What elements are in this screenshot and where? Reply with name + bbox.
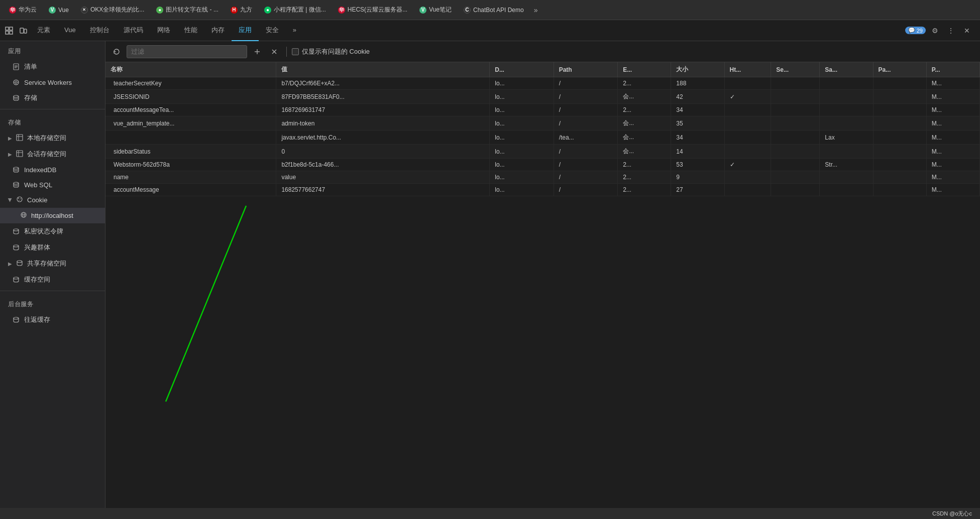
tab-icon-vuenote: V (419, 7, 426, 14)
cell-expires: 2... (618, 184, 671, 196)
tab-icon-okx: ✕ (81, 7, 88, 14)
table-row[interactable]: teacherSecretKeyb7/DQJCrf66E+xA2...lo...… (105, 77, 980, 90)
col-header-domain: D... (490, 62, 554, 77)
browser-tab-hecs[interactable]: 华 HECS(云耀云服务器... (333, 4, 412, 16)
col-header-httponly: Ht... (724, 62, 771, 77)
filter-separator (286, 47, 287, 57)
cell-partition (873, 77, 926, 90)
sidebar-item-manifest[interactable]: 清单 (0, 59, 105, 75)
storage-label: 存储 (24, 93, 37, 102)
indexeddb-label: IndexedDB (24, 166, 56, 174)
device-icon[interactable] (16, 24, 30, 38)
cell-value: 87FD97BB5E831AF0... (276, 90, 490, 104)
cell-secure (771, 104, 820, 116)
svg-point-24 (14, 182, 19, 184)
browser-tab-imgconv[interactable]: ● 图片转文字在线 - ... (151, 4, 224, 16)
cell-priority: M... (926, 90, 979, 104)
show-issues-checkbox[interactable] (292, 48, 299, 55)
tab-network[interactable]: 网络 (150, 20, 177, 41)
tab-icon-wechat: ● (264, 7, 271, 14)
filter-clear-button[interactable] (250, 45, 264, 59)
settings-button[interactable]: ⚙ (928, 24, 942, 38)
cell-value: 0 (276, 145, 490, 159)
sidebar-item-back-forward-cache[interactable]: 往返缓存 (0, 312, 105, 328)
sidebar-item-localhost[interactable]: http://localhost (0, 208, 105, 223)
close-devtools-button[interactable]: ✕ (960, 24, 974, 38)
inspect-icon[interactable] (2, 24, 16, 38)
tab-application[interactable]: 应用 (232, 20, 259, 41)
console-badge[interactable]: 💬 29 (905, 27, 926, 34)
cell-priority: M... (926, 159, 979, 171)
session-storage-icon (16, 150, 23, 159)
manifest-icon (12, 63, 20, 71)
svg-point-28 (19, 200, 20, 201)
delete-button[interactable] (267, 45, 281, 59)
cell-name: sidebarStatus (105, 145, 276, 159)
browser-tabs-more[interactable]: » (531, 4, 541, 16)
table-row[interactable]: accountMessageTea...1687269631747lo.../2… (105, 104, 980, 116)
table-row[interactable]: JSESSIONID87FD97BB5E831AF0...lo.../会...4… (105, 90, 980, 104)
table-row[interactable]: vue_admin_template...admin-tokenlo.../会.… (105, 116, 980, 131)
table-row[interactable]: sidebarStatus0lo.../会...14M... (105, 145, 980, 159)
refresh-button[interactable] (110, 45, 124, 59)
close-icon: ✕ (964, 27, 970, 35)
cell-httponly: ✓ (724, 159, 771, 171)
cell-domain: lo... (490, 116, 554, 131)
browser-tab-chatbot[interactable]: C ChatBot API Demo (459, 5, 529, 16)
cell-size: 188 (671, 77, 724, 90)
table-row[interactable]: javax.servlet.http.Co...lo.../tea...会...… (105, 131, 980, 145)
svg-point-36 (14, 317, 19, 319)
service-workers-label: Service Workers (24, 79, 72, 86)
cell-httponly (724, 116, 771, 131)
tab-console[interactable]: 控制台 (83, 20, 117, 41)
cell-value: 1687269631747 (276, 104, 490, 116)
tab-label-vue: Vue (58, 7, 69, 14)
filter-bar: 仅显示有问题的 Cookie (105, 41, 980, 62)
cell-value: 1682577662747 (276, 184, 490, 196)
sidebar-item-session-storage[interactable]: ▶ 会话存储空间 (0, 146, 105, 162)
cell-secure (771, 116, 820, 131)
browser-tab-vuenote[interactable]: V Vue笔记 (414, 4, 457, 16)
table-row[interactable]: namevaluelo.../2...9M... (105, 171, 980, 184)
sidebar-item-shared-storage[interactable]: ▶ 共享存储空间 (0, 255, 105, 272)
svg-rect-0 (6, 27, 9, 30)
web-sql-icon (12, 181, 20, 189)
tab-more[interactable]: » (286, 20, 303, 41)
sidebar-item-service-workers[interactable]: Service Workers (0, 75, 105, 90)
app-section-title: 应用 (0, 41, 105, 59)
tab-icon-vue: V (49, 7, 56, 14)
local-storage-arrow: ▶ (8, 136, 12, 141)
filter-input[interactable] (127, 45, 247, 58)
tab-security[interactable]: 安全 (259, 20, 286, 41)
sidebar-item-indexeddb[interactable]: IndexedDB (0, 162, 105, 177)
settings-icon: ⚙ (932, 27, 938, 35)
col-header-value: 值 (276, 62, 490, 77)
tab-performance[interactable]: 性能 (177, 20, 204, 41)
sidebar-item-local-storage[interactable]: ▶ 本地存储空间 (0, 130, 105, 146)
browser-tab-vue[interactable]: V Vue (44, 5, 74, 16)
sidebar: 应用 清单 (0, 41, 105, 519)
cell-domain: lo... (490, 131, 554, 145)
browser-tab-jiufang[interactable]: H 九方 (226, 4, 257, 16)
indexeddb-icon (12, 166, 20, 174)
col-header-name: 名称 (105, 62, 276, 77)
tab-sources[interactable]: 源代码 (117, 20, 150, 41)
sidebar-item-cookie[interactable]: ▶ Cookie (0, 192, 105, 208)
cell-path: / (554, 90, 617, 104)
tab-memory[interactable]: 内存 (204, 20, 232, 41)
svg-point-11 (15, 81, 17, 83)
table-row[interactable]: accountMessage1682577662747lo.../2...27M… (105, 184, 980, 196)
browser-tab-okx[interactable]: ✕ OKX全球领先的比... (76, 4, 149, 16)
tab-vue[interactable]: Vue (57, 20, 83, 41)
sidebar-item-web-sql[interactable]: Web SQL (0, 177, 105, 192)
table-row[interactable]: Webstorm-562d578ab2f1be8d-5c1a-466...lo.… (105, 159, 980, 171)
sidebar-item-cache-storage[interactable]: 缓存空间 (0, 272, 105, 288)
more-options-button[interactable]: ⋮ (944, 24, 958, 38)
tab-elements[interactable]: 元素 (30, 20, 57, 41)
sidebar-item-private-state[interactable]: 私密状态令牌 (0, 223, 105, 239)
browser-tab-huawei[interactable]: 华 华为云 (4, 4, 42, 16)
col-header-path: Path (554, 62, 617, 77)
sidebar-item-storage[interactable]: 存储 (0, 90, 105, 106)
browser-tab-wechat[interactable]: ● 小程序配置 | 微信... (259, 4, 331, 16)
sidebar-item-interest-groups[interactable]: 兴趣群体 (0, 239, 105, 255)
